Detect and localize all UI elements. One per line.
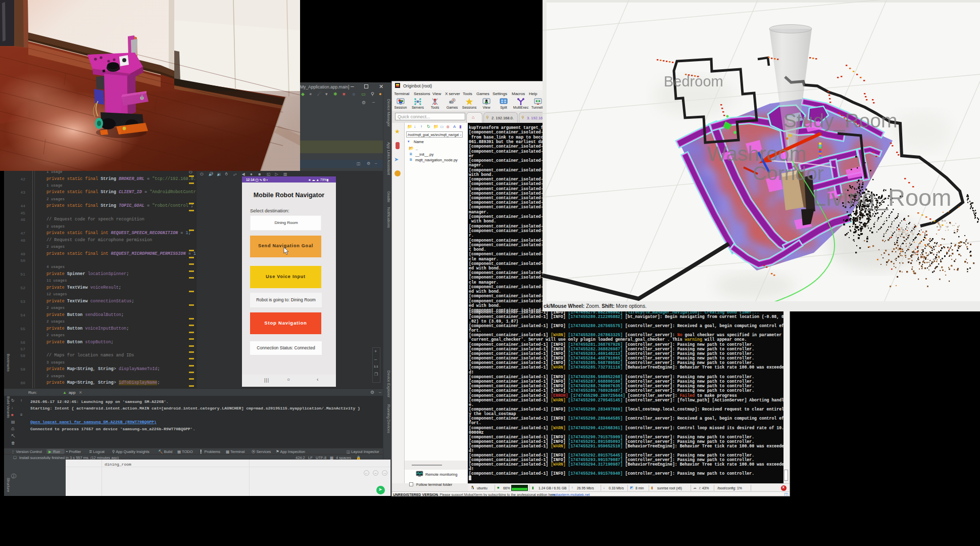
svg-text:Living_Room: Living_Room bbox=[813, 184, 951, 211]
svg-text:Study_Room: Study_Room bbox=[783, 110, 897, 131]
svg-text:Corridor: Corridor bbox=[753, 162, 824, 184]
svg-text:Bedroom: Bedroom bbox=[664, 73, 723, 89]
